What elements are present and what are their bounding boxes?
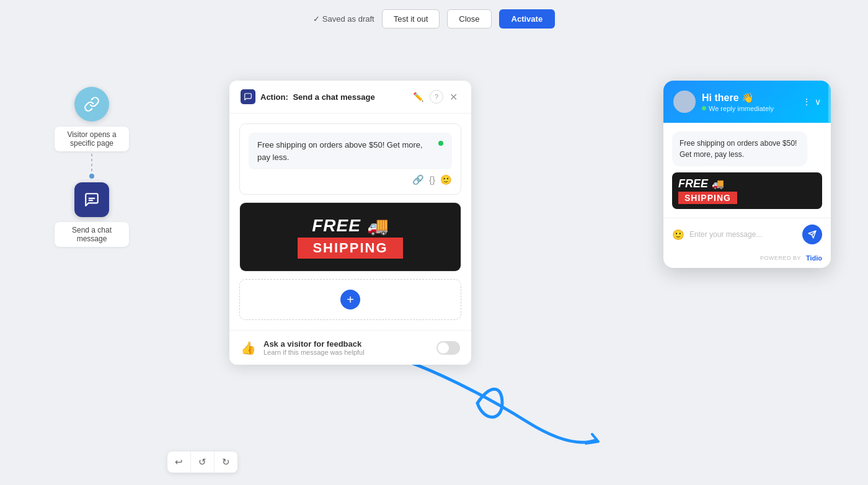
activate-button[interactable]: Activate — [499, 9, 556, 29]
message-text: Free shipping on orders above $50! Get m… — [257, 139, 433, 163]
undo-redo-bar: ↩ ↺ ↻ — [167, 452, 237, 473]
trigger-circle — [74, 87, 109, 122]
modal-close-button[interactable]: ✕ — [447, 90, 460, 104]
flow-container: Visitor opens a specific page Send a cha… — [55, 87, 129, 247]
header-prefix: Action: — [260, 92, 288, 102]
message-card: Free shipping on orders above $50! Get m… — [239, 123, 461, 195]
saved-status: ✓ Saved as draft — [313, 14, 374, 24]
back-button[interactable]: ↩ — [167, 452, 191, 473]
free-text: FREE — [312, 216, 361, 236]
powered-by-text: POWERED BY — [760, 255, 801, 261]
test-button[interactable]: Test it out — [382, 9, 440, 29]
code-action-icon[interactable]: {} — [429, 174, 435, 185]
feedback-subtitle: Learn if this message was helpful — [264, 349, 429, 356]
connector — [55, 154, 129, 180]
chat-title: Hi there 👋 — [702, 92, 796, 104]
modal-header-title: Action: Send a chat message — [260, 92, 405, 102]
edit-button[interactable]: ✏️ — [410, 91, 426, 103]
free-shipping-image: FREE 🚚 SHIPPING — [240, 203, 461, 271]
action-node[interactable]: Send a chat message — [55, 182, 129, 247]
add-message-button[interactable]: + — [340, 290, 360, 309]
link-icon — [84, 96, 100, 112]
feedback-section: 👍 Ask a visitor for feedback Learn if th… — [229, 330, 471, 365]
send-icon — [808, 230, 817, 239]
emoji-button[interactable]: 🙂 — [672, 229, 684, 241]
top-bar: ✓ Saved as draft Test it out Close Activ… — [0, 0, 868, 37]
chat-shipping-word: SHIPPING — [678, 192, 737, 204]
chat-header-actions: ⋮ ∨ — [802, 97, 821, 107]
chat-free-word: FREE — [678, 177, 708, 190]
chat-send-button[interactable] — [802, 225, 822, 244]
chat-truck-icon: 🚚 — [712, 178, 724, 190]
modal-body: Free shipping on orders above $50! Get m… — [229, 113, 471, 330]
chat-menu-button[interactable]: ⋮ — [802, 97, 811, 107]
free-shipping-top: FREE 🚚 — [312, 216, 389, 236]
modal-header: Action: Send a chat message ✏️ ? ✕ — [229, 81, 471, 113]
add-message-card[interactable]: + — [239, 279, 461, 320]
chat-scrollbar[interactable] — [828, 81, 831, 123]
action-circle — [74, 182, 109, 217]
shipping-text: SHIPPING — [298, 238, 402, 259]
help-button[interactable]: ? — [430, 90, 443, 104]
modal-header-actions: ✏️ ? ✕ — [410, 90, 460, 104]
modal-panel: Action: Send a chat message ✏️ ? ✕ Free … — [229, 81, 471, 365]
canvas: Visitor opens a specific page Send a cha… — [0, 37, 868, 485]
chat-footer: POWERED BY Tidio — [663, 251, 831, 268]
modal-header-icon — [241, 89, 255, 104]
connector-dot — [89, 174, 94, 179]
header-action-title: Send a chat message — [293, 92, 374, 102]
chat-message-input[interactable] — [689, 230, 797, 239]
trigger-label: Visitor opens a specific page — [55, 127, 129, 151]
check-icon: ✓ — [313, 14, 320, 24]
trigger-node[interactable]: Visitor opens a specific page — [55, 87, 129, 151]
chat-message-bubble: Free shipping on orders above $50! Get m… — [672, 131, 807, 166]
message-bubble: Free shipping on orders above $50! Get m… — [249, 133, 452, 169]
undo-button[interactable]: ↺ — [191, 452, 215, 473]
chat-widget: Hi there 👋 We reply immediately ⋮ ∨ Free… — [663, 81, 831, 268]
feedback-title: Ask a visitor for feedback — [264, 339, 429, 349]
chat-free-shipping-image: FREE 🚚 SHIPPING — [672, 172, 822, 209]
chat-avatar — [673, 91, 696, 113]
feedback-text: Ask a visitor for feedback Learn if this… — [264, 339, 429, 356]
image-card: FREE 🚚 SHIPPING — [239, 202, 461, 272]
feedback-toggle[interactable] — [436, 341, 460, 355]
chat-header-text: Hi there 👋 We reply immediately — [702, 92, 796, 112]
online-indicator — [438, 141, 443, 146]
saved-label: Saved as draft — [322, 14, 374, 24]
chat-online-dot — [702, 106, 706, 110]
chat-body: Free shipping on orders above $50! Get m… — [663, 123, 831, 218]
chat-subtitle: We reply immediately — [702, 105, 796, 112]
chat-input-area: 🙂 — [663, 218, 831, 251]
truck-icon: 🚚 — [367, 216, 389, 236]
bubble-actions: 🔗 {} 🙂 — [249, 174, 452, 185]
action-label: Send a chat message — [55, 222, 129, 247]
emoji-action-icon[interactable]: 🙂 — [440, 174, 452, 185]
chat-free-top: FREE 🚚 — [678, 177, 816, 190]
chat-collapse-button[interactable]: ∨ — [815, 97, 821, 107]
link-action-icon[interactable]: 🔗 — [412, 174, 424, 185]
redo-button[interactable]: ↻ — [215, 452, 237, 473]
feedback-icon: 👍 — [241, 340, 256, 355]
brand-logo: Tidio — [806, 254, 822, 262]
chat-icon — [84, 192, 100, 208]
modal-chat-icon — [244, 92, 252, 101]
chat-header: Hi there 👋 We reply immediately ⋮ ∨ — [663, 81, 831, 123]
chat-subtitle-text: We reply immediately — [709, 105, 774, 112]
close-button[interactable]: Close — [447, 9, 491, 29]
